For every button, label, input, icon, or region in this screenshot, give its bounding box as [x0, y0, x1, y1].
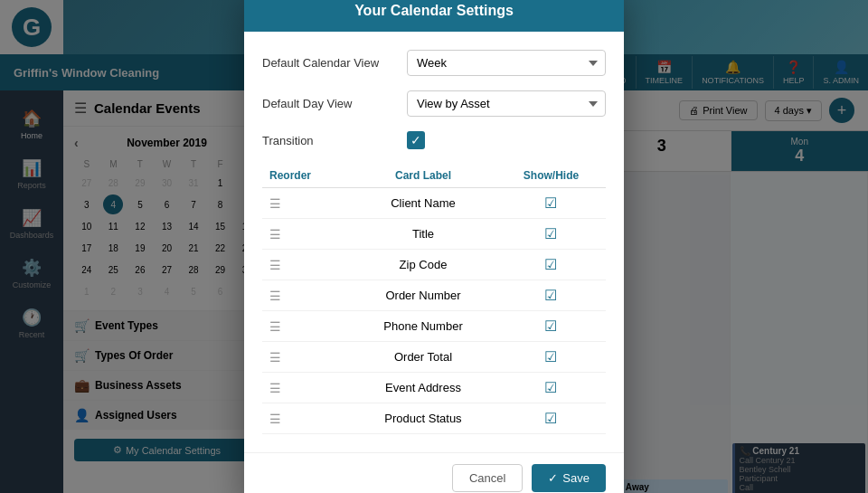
label-phone-number: Phone Number: [350, 311, 496, 342]
drag-handle-icon[interactable]: ☰: [269, 258, 281, 272]
default-calendar-view-row: Default Calendar View Week Day Month 4 d…: [262, 50, 606, 76]
drag-handle-icon[interactable]: ☰: [269, 289, 281, 303]
default-day-view-label: Default Day View: [262, 97, 398, 110]
drag-handle-icon[interactable]: ☰: [269, 227, 281, 242]
table-row: ☰ Event Address ☑: [262, 373, 606, 403]
drag-handle-icon[interactable]: ☰: [269, 350, 281, 365]
default-calendar-view-select[interactable]: Week Day Month 4 days: [407, 50, 606, 76]
show-title-checkbox[interactable]: ☑: [544, 226, 557, 242]
label-order-number: Order Number: [350, 280, 496, 311]
show-event-address-checkbox[interactable]: ☑: [544, 380, 557, 395]
transition-label: Transition: [262, 134, 398, 147]
drag-handle-icon[interactable]: ☰: [269, 196, 281, 211]
col-show-hide: Show/Hide: [496, 164, 606, 188]
table-row: ☰ Order Number ☑: [262, 280, 606, 311]
col-card-label: Card Label: [350, 164, 496, 188]
cancel-button[interactable]: Cancel: [452, 464, 523, 492]
transition-checkbox[interactable]: ✓: [407, 131, 425, 149]
label-order-total: Order Total: [350, 342, 496, 373]
modal-header: Your Calendar Settings: [244, 0, 624, 32]
col-reorder: Reorder: [262, 164, 350, 188]
check-icon: ✓: [548, 471, 558, 485]
save-button[interactable]: ✓ Save: [532, 464, 606, 492]
label-client-name: Client Name: [350, 188, 496, 219]
table-row: ☰ Order Total ☑: [262, 342, 606, 373]
label-zip-code: Zip Code: [350, 250, 496, 280]
default-day-view-row: Default Day View View by Asset View by U…: [262, 90, 606, 117]
calendar-settings-modal: Your Calendar Settings Default Calendar …: [244, 0, 624, 493]
show-order-number-checkbox[interactable]: ☑: [544, 288, 557, 303]
label-product-status: Product Status: [350, 403, 496, 434]
show-phone-number-checkbox[interactable]: ☑: [544, 318, 557, 334]
modal-body: Default Calendar View Week Day Month 4 d…: [244, 32, 624, 452]
table-row: ☰ Zip Code ☑: [262, 250, 606, 280]
table-row: ☰ Product Status ☑: [262, 403, 606, 434]
transition-row: Transition ✓: [262, 131, 606, 149]
default-calendar-view-label: Default Calendar View: [262, 56, 398, 70]
drag-handle-icon[interactable]: ☰: [269, 319, 281, 334]
save-label: Save: [562, 471, 590, 485]
table-row: ☰ Client Name ☑: [262, 188, 606, 219]
label-event-address: Event Address: [350, 373, 496, 403]
show-order-total-checkbox[interactable]: ☑: [544, 349, 557, 365]
default-day-view-select[interactable]: View by Asset View by User View by Order: [407, 90, 606, 117]
card-label-table: Reorder Card Label Show/Hide ☰ Client Na…: [262, 164, 606, 434]
modal-overlay: Your Calendar Settings Default Calendar …: [0, 0, 868, 493]
show-zip-code-checkbox[interactable]: ☑: [544, 257, 557, 272]
drag-handle-icon[interactable]: ☰: [269, 412, 281, 426]
table-row: ☰ Title ☑: [262, 219, 606, 250]
modal-title: Your Calendar Settings: [354, 3, 514, 18]
show-client-name-checkbox[interactable]: ☑: [544, 195, 557, 211]
drag-handle-icon[interactable]: ☰: [269, 381, 281, 395]
modal-footer: Cancel ✓ Save: [244, 452, 624, 493]
show-product-status-checkbox[interactable]: ☑: [544, 411, 557, 426]
table-row: ☰ Phone Number ☑: [262, 311, 606, 342]
label-title: Title: [350, 219, 496, 250]
